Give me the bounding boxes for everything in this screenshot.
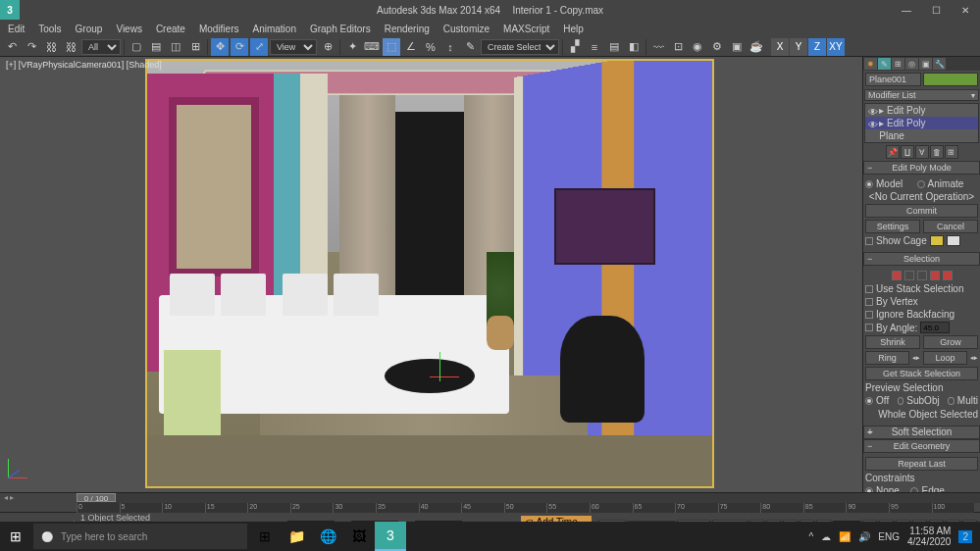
animate-radio[interactable]: [917, 180, 925, 188]
edge-subobj[interactable]: [904, 271, 914, 280]
layer-manager-button[interactable]: ▤: [605, 38, 623, 56]
menu-group[interactable]: Group: [76, 24, 103, 34]
soft-selection-rollout[interactable]: +Soft Selection: [863, 426, 980, 439]
preview-subobj-radio[interactable]: [898, 397, 903, 405]
axis-x-button[interactable]: X: [771, 38, 789, 56]
pin-stack-button[interactable]: 📌: [886, 145, 900, 159]
ring-button[interactable]: Ring: [865, 351, 909, 365]
utilities-tab[interactable]: 🔧: [933, 58, 946, 70]
use-pivot-button[interactable]: ⊕: [319, 38, 336, 56]
undo-button[interactable]: ↶: [3, 38, 21, 56]
model-radio[interactable]: [865, 180, 873, 188]
volume-icon[interactable]: 🔊: [858, 531, 870, 542]
named-selection-dropdown[interactable]: Create Selection S: [481, 39, 559, 55]
menu-maxscript[interactable]: MAXScript: [503, 24, 549, 34]
hierarchy-tab[interactable]: ⊞: [892, 58, 904, 70]
menu-rendering[interactable]: Rendering: [385, 24, 430, 34]
edit-geometry-rollout[interactable]: Edit Geometry: [863, 439, 980, 453]
angle-spinner[interactable]: [920, 322, 950, 333]
render-frame-button[interactable]: ▣: [728, 38, 746, 56]
object-color-swatch[interactable]: [923, 73, 979, 86]
polygon-subobj[interactable]: [930, 271, 940, 280]
commit-button[interactable]: Commit: [865, 204, 978, 218]
language-indicator[interactable]: ENG: [878, 531, 900, 542]
cage-color-2[interactable]: [947, 235, 960, 246]
close-button[interactable]: ✕: [951, 0, 980, 20]
menu-customize[interactable]: Customize: [443, 24, 490, 34]
app-icon[interactable]: 3: [0, 0, 20, 20]
edit-named-sel-button[interactable]: ✎: [461, 38, 479, 56]
object-name-field[interactable]: Plane001: [865, 73, 921, 86]
show-cage-check[interactable]: [865, 237, 873, 245]
window-crossing-button[interactable]: ⊞: [186, 38, 204, 56]
get-stack-sel-button[interactable]: Get Stack Selection: [865, 367, 978, 380]
select-region-button[interactable]: ◫: [167, 38, 184, 56]
select-move-button[interactable]: ✥: [211, 38, 229, 56]
select-by-name-button[interactable]: ▤: [147, 38, 165, 56]
wifi-icon[interactable]: 📶: [839, 531, 851, 542]
render-setup-button[interactable]: ⚙: [708, 38, 726, 56]
cancel-button[interactable]: Cancel: [923, 220, 978, 233]
preview-off-radio[interactable]: [865, 397, 873, 405]
viewport-label[interactable]: [+] [VRayPhysicalCamera001] [Shaded]: [6, 60, 162, 70]
create-tab[interactable]: ✹: [864, 58, 877, 70]
taskbar-search[interactable]: ⚪ Type here to search: [33, 524, 247, 549]
curve-editor-button[interactable]: 〰: [649, 38, 667, 56]
move-gizmo[interactable]: [430, 367, 449, 386]
render-button[interactable]: ☕: [748, 38, 765, 56]
make-unique-button[interactable]: ∀: [915, 145, 929, 159]
configure-sets-button[interactable]: ⊞: [945, 145, 958, 159]
edit-poly-mode-rollout[interactable]: Edit Poly Mode: [863, 161, 980, 175]
use-stack-check[interactable]: [865, 285, 873, 293]
shrink-button[interactable]: Shrink: [865, 335, 920, 349]
notifications-icon[interactable]: 2: [958, 530, 972, 543]
maximize-button[interactable]: ☐: [921, 0, 951, 20]
clock[interactable]: 11:58 AM 4/24/2020: [907, 526, 952, 547]
display-tab[interactable]: ▣: [919, 58, 932, 70]
minimize-button[interactable]: —: [892, 0, 921, 20]
menu-animation[interactable]: Animation: [252, 24, 295, 34]
selection-filter-dropdown[interactable]: All: [81, 39, 121, 55]
modifier-list-dropdown[interactable]: Modifier List: [864, 89, 979, 101]
start-button[interactable]: ⊞: [0, 522, 31, 551]
axis-xy-button[interactable]: XY: [827, 38, 845, 56]
menu-edit[interactable]: Edit: [8, 24, 25, 34]
select-rotate-button[interactable]: ⟳: [231, 38, 248, 56]
graphite-button[interactable]: ◧: [625, 38, 643, 56]
repeat-last-button[interactable]: Repeat Last: [865, 457, 978, 471]
stack-item[interactable]: 👁▸ Edit Poly: [865, 104, 978, 117]
spinner-snap-button[interactable]: ↕: [441, 38, 459, 56]
cloud-icon[interactable]: ☁: [821, 531, 831, 542]
timeline[interactable]: ◂ ▸ 0 / 100 0510152025303540455055606570…: [0, 492, 980, 512]
grow-button[interactable]: Grow: [923, 335, 978, 349]
menu-graph-editors[interactable]: Graph Editors: [310, 24, 371, 34]
ignore-backfacing-check[interactable]: [865, 311, 873, 319]
redo-button[interactable]: ↷: [23, 38, 40, 56]
remove-modifier-button[interactable]: 🗑: [930, 145, 944, 159]
time-slider[interactable]: 0 / 100: [77, 493, 116, 502]
viewport[interactable]: [145, 59, 714, 488]
by-angle-check[interactable]: [865, 324, 873, 331]
schematic-view-button[interactable]: ⊡: [669, 38, 687, 56]
link-button[interactable]: ⛓: [42, 38, 60, 56]
select-manipulate-button[interactable]: ✦: [343, 38, 361, 56]
stack-item[interactable]: Plane: [865, 129, 978, 142]
photos-icon[interactable]: 🖼: [343, 522, 375, 551]
menu-modifiers[interactable]: Modifiers: [199, 24, 239, 34]
task-view-button[interactable]: ⊞: [249, 522, 281, 551]
selection-rollout[interactable]: Selection: [863, 252, 980, 266]
tray-expand-icon[interactable]: ^: [809, 531, 814, 542]
menu-create[interactable]: Create: [156, 24, 185, 34]
menu-tools[interactable]: Tools: [38, 24, 61, 34]
chrome-icon[interactable]: 🌐: [312, 522, 343, 551]
select-scale-button[interactable]: ⤢: [250, 38, 268, 56]
mirror-button[interactable]: ▞: [566, 38, 584, 56]
motion-tab[interactable]: ◎: [905, 58, 918, 70]
vertex-subobj[interactable]: [892, 271, 902, 280]
material-editor-button[interactable]: ◉: [689, 38, 706, 56]
keyboard-shortcut-button[interactable]: ⌨: [363, 38, 381, 56]
select-object-button[interactable]: ▢: [128, 38, 145, 56]
loop-button[interactable]: Loop: [923, 351, 967, 365]
show-end-result-button[interactable]: ∐: [901, 145, 914, 159]
file-explorer-icon[interactable]: 📁: [281, 522, 312, 551]
